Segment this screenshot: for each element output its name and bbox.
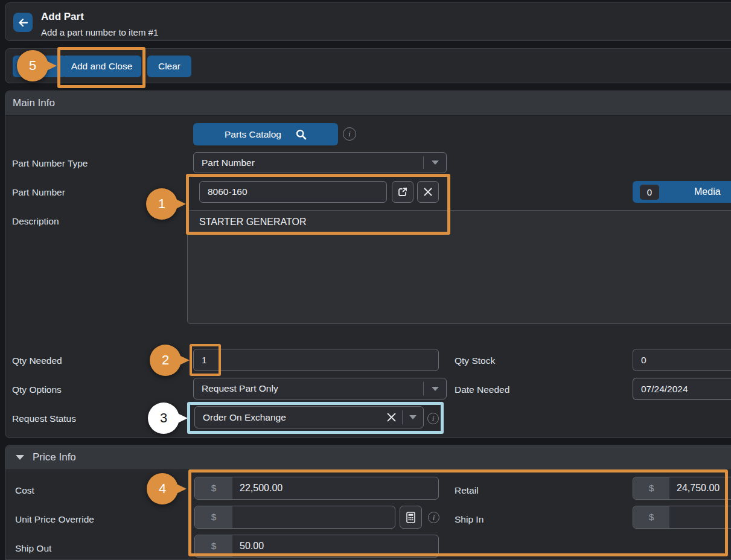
chevron-down-icon bbox=[409, 415, 417, 419]
annotation-pin-step4: 4 bbox=[147, 473, 178, 504]
clear-button[interactable]: Clear bbox=[147, 56, 191, 77]
retail-value: 24,750.00 bbox=[669, 477, 731, 499]
qty-options-value: Request Part Only bbox=[194, 383, 423, 394]
cost-value: 22,500.00 bbox=[232, 477, 438, 499]
part-number-type-value: Part Number bbox=[194, 158, 423, 168]
ship-out-input[interactable]: $ 50.00 bbox=[194, 535, 439, 558]
price-info-header[interactable]: Price Info bbox=[5, 445, 731, 470]
parts-catalog-info-icon[interactable]: i bbox=[343, 127, 356, 141]
page-subtitle: Add a part number to item #1 bbox=[41, 27, 158, 37]
media-button[interactable]: 0 Media bbox=[633, 181, 731, 203]
qty-stock-input[interactable] bbox=[633, 349, 731, 371]
ship-in-label: Ship In bbox=[455, 514, 484, 525]
cost-input[interactable]: $ 22,500.00 bbox=[194, 477, 439, 500]
annotation-pin-step2: 2 bbox=[150, 345, 181, 376]
currency-symbol: $ bbox=[195, 477, 232, 499]
date-needed-input[interactable] bbox=[633, 378, 731, 400]
currency-symbol: $ bbox=[633, 506, 669, 528]
ship-in-value bbox=[669, 506, 731, 528]
qty-options-select[interactable]: Request Part Only bbox=[193, 378, 447, 399]
qty-needed-label: Qty Needed bbox=[12, 355, 62, 366]
open-part-button[interactable] bbox=[392, 181, 413, 203]
back-button[interactable] bbox=[13, 13, 33, 32]
ship-out-value: 50.00 bbox=[232, 535, 438, 557]
media-label: Media bbox=[694, 186, 721, 197]
request-status-label: Request Status bbox=[12, 413, 76, 424]
qty-stock-label: Qty Stock bbox=[455, 355, 495, 366]
currency-symbol: $ bbox=[633, 477, 669, 499]
media-count-badge: 0 bbox=[640, 185, 659, 200]
add-and-close-button[interactable]: Add and Close bbox=[62, 56, 141, 77]
part-number-type-select[interactable]: Part Number bbox=[193, 152, 447, 173]
unit-price-override-input[interactable]: $ bbox=[194, 506, 395, 529]
annotation-pin-step5: 5 bbox=[17, 50, 48, 81]
request-status-clear-icon[interactable] bbox=[380, 413, 402, 422]
annotation-pin-step3: 3 bbox=[148, 402, 179, 434]
toolbar: Add and Close Clear bbox=[5, 48, 731, 83]
currency-symbol: $ bbox=[195, 506, 232, 528]
page-header: Add Part Add a part number to item #1 bbox=[5, 2, 731, 41]
close-icon bbox=[424, 188, 432, 196]
date-needed-label: Date Needed bbox=[455, 384, 509, 395]
qty-options-label: Qty Options bbox=[12, 384, 62, 395]
main-info-header: Main Info bbox=[5, 91, 731, 116]
description-textarea[interactable]: STARTER GENERATOR bbox=[187, 210, 731, 324]
retail-input[interactable]: $ 24,750.00 bbox=[633, 477, 731, 500]
chevron-down-icon bbox=[432, 387, 439, 391]
request-status-info-icon[interactable]: i bbox=[427, 413, 439, 424]
ship-in-input[interactable]: $ bbox=[633, 506, 731, 529]
collapse-triangle-icon bbox=[16, 455, 24, 460]
currency-symbol: $ bbox=[195, 535, 232, 557]
search-icon bbox=[296, 129, 307, 140]
calculator-icon bbox=[406, 512, 415, 523]
ship-out-label: Ship Out bbox=[15, 543, 51, 554]
calculator-button[interactable] bbox=[400, 506, 422, 529]
part-number-input[interactable] bbox=[199, 181, 387, 203]
price-info-title: Price Info bbox=[33, 451, 76, 463]
description-label: Description bbox=[12, 216, 59, 227]
parts-catalog-button[interactable]: Parts Catalog bbox=[193, 123, 338, 145]
cost-label: Cost bbox=[15, 485, 34, 496]
annotation-pin-step1: 1 bbox=[146, 188, 177, 220]
main-info-title: Main Info bbox=[13, 97, 55, 109]
chevron-down-icon bbox=[432, 161, 439, 165]
parts-catalog-label: Parts Catalog bbox=[225, 129, 281, 140]
clear-part-button[interactable] bbox=[417, 181, 439, 203]
back-arrow-icon bbox=[18, 18, 28, 27]
unit-price-override-value bbox=[232, 506, 395, 528]
retail-label: Retail bbox=[455, 485, 479, 496]
unit-price-override-info-icon[interactable]: i bbox=[428, 512, 439, 523]
request-status-value: Order On Exchange bbox=[195, 412, 380, 423]
external-link-icon bbox=[397, 186, 408, 197]
page-title: Add Part bbox=[41, 11, 84, 23]
part-number-type-label: Part Number Type bbox=[12, 158, 88, 169]
qty-needed-input[interactable] bbox=[193, 349, 439, 371]
request-status-combobox[interactable]: Order On Exchange bbox=[194, 406, 424, 428]
unit-price-override-label: Unit Price Override bbox=[15, 514, 94, 525]
part-number-label: Part Number bbox=[12, 187, 65, 198]
